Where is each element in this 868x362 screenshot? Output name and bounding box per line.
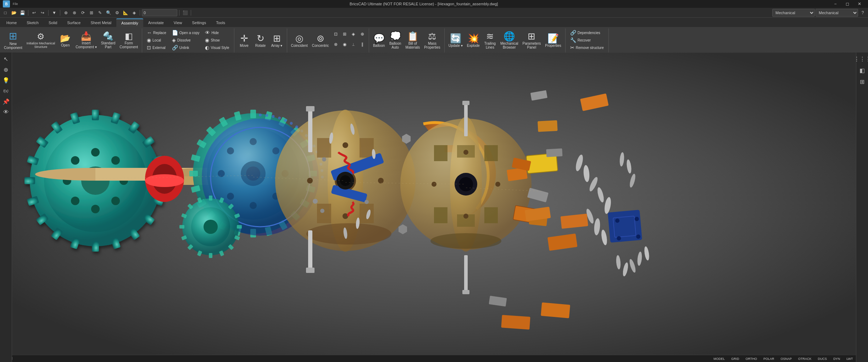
system-menu-buttons[interactable]: File [13, 2, 18, 6]
light-tool-button[interactable]: 💡 [1, 75, 11, 85]
qa-icon4[interactable]: ⊞ [88, 9, 95, 17]
visual-style-button[interactable]: ◐ Visual Style [202, 44, 232, 51]
local-button[interactable]: ◉ Local [144, 37, 169, 44]
array-button[interactable]: ⊞ Array ▾ [269, 29, 285, 52]
remove-structure-button[interactable]: ✂ Remove structure [568, 44, 606, 51]
rotate-button[interactable]: ↻ Rotate [253, 29, 268, 52]
status-polar[interactable]: POLAR [762, 356, 776, 362]
balloon-button[interactable]: 💬 Balloon [371, 29, 387, 52]
balloon-auto-button[interactable]: 💭 BalloonAuto [388, 29, 403, 52]
help-button[interactable]: ? [859, 9, 867, 17]
open-button[interactable]: 📂 Open [57, 29, 73, 52]
svg-point-122 [378, 178, 384, 183]
eye-tool-button[interactable]: 👁 [1, 107, 11, 117]
close-button[interactable]: ✕ [854, 1, 865, 7]
tab-surface[interactable]: Surface [62, 18, 85, 27]
cursor-tool-button[interactable]: ↖ [1, 54, 11, 64]
unlink-button[interactable]: 🔗 Unlink [169, 44, 202, 51]
properties-button[interactable]: 📝 Properties [543, 29, 563, 52]
qa-extra-button[interactable]: ▼ [50, 9, 58, 17]
hide-button[interactable]: 👁 Hide [202, 29, 232, 36]
const-btn5[interactable]: ⊗ [332, 39, 340, 49]
update-button[interactable]: 🔄 Update ▾ [447, 29, 464, 52]
qa-icon6[interactable]: 🔍 [105, 9, 112, 17]
qa-icon2[interactable]: ⊗ [71, 9, 78, 17]
const-btn2[interactable]: ⊞ [340, 29, 349, 39]
viewport[interactable] [12, 53, 856, 355]
tab-tools[interactable]: Tools [211, 18, 230, 27]
bill-of-materials-button[interactable]: 📋 Bill ofMaterials [404, 29, 422, 52]
tab-assembly[interactable]: Assembly [116, 18, 143, 27]
workspace-dropdown-2[interactable]: Mechanical [816, 9, 858, 17]
right-layers-button[interactable]: ◧ [857, 65, 867, 75]
redo-qa-button[interactable]: ↪ [39, 9, 46, 17]
window-controls[interactable]: − ◻ ✕ [830, 1, 865, 7]
dependencies-button[interactable]: 🔗 Dependencies [568, 29, 606, 36]
transform-panel-buttons: ✛ Move ↻ Rotate ⊞ Array ▾ [237, 29, 285, 54]
dissolve-button[interactable]: ◈ Dissolve [169, 37, 202, 44]
form-component-button[interactable]: ◧ FormComponent [118, 29, 140, 52]
layer-input[interactable] [142, 9, 177, 16]
coincident-button[interactable]: ◎ Coincident [289, 29, 310, 52]
qa-icon7[interactable]: ⚙ [113, 9, 121, 17]
const-btn4[interactable]: ⊕ [358, 29, 367, 39]
qa-icon3[interactable]: ⟳ [79, 9, 87, 17]
new-component-button[interactable]: ⊞ NewComponent [2, 29, 24, 52]
status-dyn[interactable]: DYN [832, 356, 841, 362]
status-model[interactable]: MODEL [712, 356, 726, 362]
qa-icon9[interactable]: ◈ [130, 9, 138, 17]
recover-button[interactable]: 🔧 Recover [568, 37, 606, 44]
status-osnap[interactable]: OSNAP [779, 356, 794, 362]
trailing-lines-button[interactable]: ≋ TrailingLines [482, 29, 498, 52]
replace-button[interactable]: ↔ Replace [144, 29, 169, 36]
mass-properties-button[interactable]: ⚖ MassProperties [422, 29, 442, 52]
const-btn7[interactable]: ⟂ [349, 39, 358, 49]
navigate-tool-button[interactable]: ⊕ [1, 65, 11, 75]
tab-settings[interactable]: Settings [187, 18, 211, 27]
show-button[interactable]: ◉ Show [202, 37, 232, 44]
formula-tool-button[interactable]: f(x) [1, 86, 11, 96]
tab-annotate[interactable]: Annotate [143, 18, 169, 27]
tab-home[interactable]: Home [1, 18, 22, 27]
qa-icon5[interactable]: ✎ [96, 9, 104, 17]
new-qa-button[interactable]: □ [1, 9, 9, 17]
standard-part-button[interactable]: 🔩 StandardPart [99, 29, 117, 52]
open-copy-button[interactable]: 📄 Open a copy [169, 29, 202, 36]
init-mech-structure-button[interactable]: ⚙ Initialize MechanicalStructure [25, 29, 57, 52]
tab-solid[interactable]: Solid [44, 18, 62, 27]
undo-qa-button[interactable]: ↩ [30, 9, 38, 17]
status-otrack[interactable]: OTRACK [797, 356, 813, 362]
svg-point-77 [259, 114, 262, 116]
workspace-dropdown-1[interactable]: Mechanical [772, 9, 815, 17]
external-button[interactable]: ⊡ External [144, 44, 169, 51]
qa-icon8[interactable]: 📐 [122, 9, 129, 17]
open-qa-button[interactable]: 📂 [10, 9, 18, 17]
concentric-button[interactable]: ⊚ Concentric [310, 29, 331, 52]
right-properties-button[interactable]: ⊞ [857, 77, 867, 87]
explode-button[interactable]: 💥 Explode [465, 29, 482, 52]
svg-rect-192 [308, 110, 312, 152]
status-lwt[interactable]: LWT [845, 356, 854, 362]
save-qa-button[interactable]: 💾 [18, 9, 26, 17]
parameters-panel-button[interactable]: ⊞ ParametersPanel [521, 29, 543, 52]
mech-browser-button[interactable]: 🌐 MechanicalBrowser [499, 29, 520, 52]
pin-tool-button[interactable]: 📌 [1, 97, 11, 106]
move-button[interactable]: ✛ Move [237, 29, 252, 52]
tab-sheet-metal[interactable]: Sheet Metal [85, 18, 116, 27]
tab-sketch[interactable]: Sketch [22, 18, 44, 27]
const-btn6[interactable]: ◉ [340, 39, 349, 49]
qa-icon1[interactable]: ⊕ [62, 9, 70, 17]
qa-icon10[interactable]: ⬛ [181, 9, 189, 17]
status-ducs[interactable]: DUCS [817, 356, 829, 362]
right-settings-button[interactable]: ⋮⋮⋮ [857, 54, 867, 64]
insert-component-button[interactable]: 📥 InsertComponent ▾ [74, 29, 98, 52]
insert-label: InsertComponent ▾ [76, 41, 96, 49]
status-grid[interactable]: GRID [730, 356, 741, 362]
minimize-button[interactable]: − [830, 1, 841, 7]
status-ortho[interactable]: ORTHO [744, 356, 758, 362]
tab-view[interactable]: View [169, 18, 187, 27]
const-btn1[interactable]: ⊡ [332, 29, 340, 39]
restore-button[interactable]: ◻ [842, 1, 853, 7]
const-btn8[interactable]: ∥ [358, 39, 367, 49]
const-btn3[interactable]: ◈ [349, 29, 358, 39]
